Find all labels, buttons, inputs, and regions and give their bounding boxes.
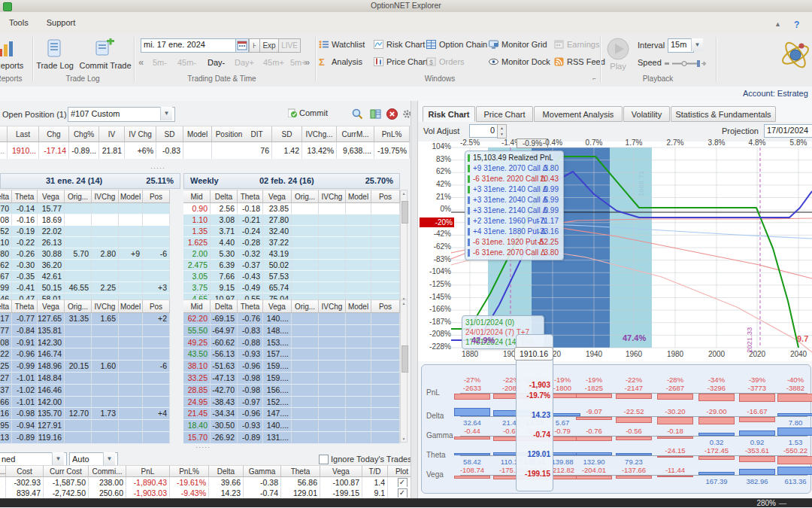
zoom-slider[interactable]: — xyxy=(779,499,786,507)
y-axis-tick: -83% xyxy=(420,255,451,263)
greeks-bar xyxy=(576,437,612,441)
greeks-bar xyxy=(739,430,775,436)
legend-bar-icon xyxy=(468,154,470,162)
greeks-value: -0.18 xyxy=(667,427,683,435)
crosshair-delta: 14.23 xyxy=(517,411,550,419)
scroll-up-icon[interactable]: ▲ xyxy=(401,301,407,306)
greeks-value: -0.79 xyxy=(554,427,571,435)
greeks-bar xyxy=(777,456,812,464)
scrollbar[interactable]: ▲▼ xyxy=(400,300,408,443)
top-axis-tick: -2.5% xyxy=(455,138,485,147)
greeks-pct-label: -27% xyxy=(464,376,480,384)
nav-Day-[interactable]: Day- xyxy=(208,58,225,67)
greeks-pct-label: -22% xyxy=(626,376,642,384)
greeks-bar xyxy=(698,417,735,424)
y-axis-tick: -228% xyxy=(420,342,451,351)
zoom-level-label: 280% xyxy=(756,499,776,507)
tab-risk-chart[interactable]: Risk Chart xyxy=(423,106,475,122)
greeks-value: -0.76 xyxy=(586,427,602,435)
legend-leg-row: +3 31ene. 2140 Call Δ0.99 xyxy=(465,184,563,195)
greeks-value: -1825 xyxy=(585,384,603,392)
greeks-bar xyxy=(777,394,812,402)
legend-bar-icon xyxy=(468,175,470,183)
greeks-bar xyxy=(657,437,693,439)
greeks-value: -108.74 xyxy=(460,466,484,474)
legend-bar-icon xyxy=(468,165,470,172)
greeks-bar xyxy=(616,476,652,479)
greeks-value: 5.67 xyxy=(556,418,570,427)
scrollbar-thumb[interactable] xyxy=(401,201,408,224)
scroll-up-icon[interactable]: ▲ xyxy=(401,191,407,196)
greeks-row-label: Gamma xyxy=(426,431,453,440)
greeks-value: -16.67 xyxy=(747,407,768,415)
y-axis-tick: -187% xyxy=(420,318,451,326)
legend-bar-icon xyxy=(468,186,470,193)
greeks-value: -2147 xyxy=(625,384,643,392)
legend-leg-row: +9 31ene. 2070 Call Δ3.80 xyxy=(465,163,563,174)
greeks-value: -137.66 xyxy=(622,466,646,474)
greeks-value: 7.80 xyxy=(789,418,803,427)
greeks-value: -3296 xyxy=(707,384,726,392)
greeks-bar xyxy=(454,476,490,479)
x-axis-tick: 1980 xyxy=(660,350,690,358)
greeks-value: -2687 xyxy=(666,384,684,392)
nav-45m-[interactable]: 45m- xyxy=(177,58,196,67)
scrollbar-thumb[interactable] xyxy=(401,345,408,373)
probability-label: 47.4% xyxy=(623,333,646,342)
greeks-value: -22.52 xyxy=(624,407,644,415)
probability-label: 42.9% xyxy=(471,336,495,345)
greeks-row-label: Vega xyxy=(426,470,444,479)
status-bar: 280% — xyxy=(0,498,812,507)
greeks-bar xyxy=(777,467,812,475)
legend-realized-pnl: 15,103.49 Realized PnL xyxy=(465,153,563,163)
greeks-value: 382.96 xyxy=(746,477,768,485)
nav-5m-[interactable]: 5m- xyxy=(153,58,167,67)
greeks-pct-label: -19% xyxy=(586,376,602,384)
greeks-bar xyxy=(616,394,652,399)
greeks-bar xyxy=(616,417,652,423)
top-axis-tick: -0.4% xyxy=(538,138,568,147)
price-marker-box: 1910.16 xyxy=(514,347,553,360)
greeks-row-label: Theta xyxy=(426,451,446,459)
legend-bar-icon xyxy=(468,239,470,246)
y-axis-tick: -208% xyxy=(420,330,451,338)
greeks-bar xyxy=(576,476,612,479)
y-axis-tick: -20% xyxy=(420,217,454,227)
greeks-value: -212.82 xyxy=(550,466,574,474)
greeks-pct-label: -34% xyxy=(708,376,725,384)
nav-45m+[interactable]: 45m+ xyxy=(263,58,284,67)
greeks-bar xyxy=(454,394,490,400)
y-axis-tick: -42% xyxy=(420,230,451,238)
legend-bar-icon xyxy=(468,207,470,214)
greeks-row-label: PnL xyxy=(426,388,440,397)
scrollbar[interactable]: ▲▼ xyxy=(400,190,408,303)
greeks-value: -2633 xyxy=(463,384,481,392)
greeks-bar xyxy=(576,417,612,420)
rotated-price-label: 1968.71 xyxy=(637,171,645,196)
nav-5m+[interactable]: 5m+ xyxy=(290,58,307,67)
y-axis-tick: -62% xyxy=(420,242,451,251)
app-window: OptionNET Explorer ToolsSupport ▲ ? Repo… xyxy=(0,0,812,508)
tab-price-chart[interactable]: Price Chart xyxy=(476,106,533,122)
tab-volatility[interactable]: Volatility xyxy=(623,106,670,122)
greeks-bar xyxy=(739,456,775,462)
greeks-bar xyxy=(576,394,612,398)
legend-bar-icon xyxy=(468,249,470,257)
legend-leg-row: -6 31ene. 2020 Call Δ10.43 xyxy=(465,174,563,184)
greeks-value: -11.44 xyxy=(665,466,685,474)
greeks-value: -204.01 xyxy=(582,466,606,474)
tab-statistics-fundamentals[interactable]: Statistics & Fundamentals xyxy=(671,106,776,122)
greeks-value: 0.32 xyxy=(710,438,724,446)
greeks-bar xyxy=(657,417,693,424)
greeks-bar xyxy=(454,408,490,416)
greeks-pct-label: -39% xyxy=(749,376,765,384)
scroll-down-icon[interactable]: ▼ xyxy=(401,437,407,441)
crosshair-vega: -199.15 xyxy=(517,470,550,478)
legend-leg-row: -6 31ene. 2070 Call Δ3.80 xyxy=(465,248,563,258)
probability-label: 9.7 xyxy=(797,334,808,343)
greeks-bar xyxy=(698,456,735,460)
greeks-bar xyxy=(454,437,490,440)
tab-movement-analysis[interactable]: Movement Analysis xyxy=(534,106,623,122)
greeks-value: -3773 xyxy=(748,384,766,392)
nav-Day+[interactable]: Day+ xyxy=(235,58,254,67)
